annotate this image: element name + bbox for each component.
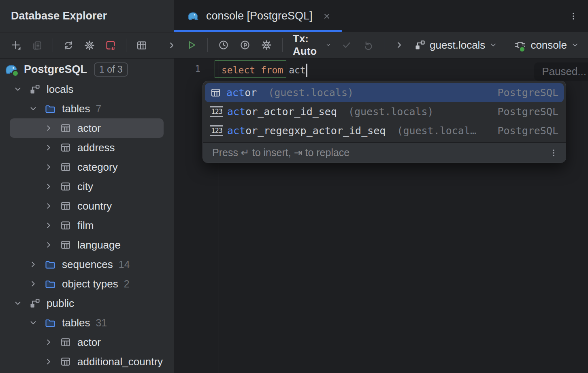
database-tree: PostgreSQL 1 of 3 locals tables 7 actor xyxy=(0,59,174,373)
session-switcher[interactable]: console xyxy=(514,39,579,51)
session-status-dot xyxy=(519,46,526,53)
tree-item-film[interactable]: film xyxy=(0,216,174,235)
tree-root-postgresql[interactable]: PostgreSQL 1 of 3 xyxy=(0,59,174,79)
tree-item-locals[interactable]: locals xyxy=(0,79,174,99)
completion-name: actor xyxy=(226,87,257,99)
chevron-down-icon[interactable] xyxy=(29,318,38,327)
table-icon xyxy=(210,87,221,98)
tree-label: actor xyxy=(77,336,101,349)
tree-label: address xyxy=(77,141,115,154)
tree-item-public[interactable]: public xyxy=(0,294,174,313)
line-number: 1 xyxy=(174,61,219,79)
folder-icon xyxy=(45,259,56,270)
console-settings-button[interactable] xyxy=(261,38,272,52)
item-count: 31 xyxy=(96,317,107,329)
tree-item-tables-locals[interactable]: tables 7 xyxy=(0,99,174,118)
item-count: 2 xyxy=(124,278,130,290)
completion-popup: actor (guest.locals) PostgreSQL 123 acto… xyxy=(202,81,566,163)
completion-item-actor[interactable]: actor (guest.locals) PostgreSQL xyxy=(205,83,564,102)
tree-item-language[interactable]: language xyxy=(0,235,174,255)
completion-name: actor_actor_id_seq xyxy=(227,106,337,118)
panel-toolbar xyxy=(0,32,174,59)
tree-item-object-types[interactable]: object types 2 xyxy=(0,274,174,294)
query-history-button[interactable] xyxy=(218,38,229,52)
tree-item-sequences[interactable]: sequences 14 xyxy=(0,255,174,274)
tab-console-postgresql[interactable]: console [PostgreSQL] xyxy=(174,0,340,32)
disconnect-button[interactable] xyxy=(105,39,116,52)
chevron-right-icon[interactable] xyxy=(29,260,38,269)
completion-footer: Press ↵ to insert, ⇥ to replace xyxy=(203,142,566,163)
toolbar-separator xyxy=(384,38,384,52)
chevron-down-icon[interactable] xyxy=(29,104,38,113)
paused-status: Paused... xyxy=(534,62,588,81)
sql-editor[interactable]: 1 select from act Paused... actor (guest… xyxy=(174,58,588,373)
tree-label: language xyxy=(77,239,121,251)
chevron-right-icon[interactable] xyxy=(44,124,53,133)
table-view-button[interactable] xyxy=(136,39,147,52)
close-tab-icon[interactable] xyxy=(322,11,332,21)
table-icon xyxy=(60,337,71,348)
chevron-right-icon[interactable] xyxy=(44,240,53,249)
completion-name: actor_regegxp_actor_id_seq xyxy=(227,125,386,137)
rollback-button[interactable] xyxy=(362,38,374,52)
tree-label: sequences xyxy=(62,258,113,271)
editor-options-kebab[interactable] xyxy=(569,0,578,32)
tree-item-country[interactable]: country xyxy=(0,196,174,216)
tree-item-category[interactable]: category xyxy=(0,157,174,177)
add-data-source-button[interactable] xyxy=(11,39,22,52)
table-icon xyxy=(60,220,71,231)
completion-item-actor-regegxp-actor-id-seq[interactable]: 123 actor_regegxp_actor_id_seq (guest.lo… xyxy=(205,121,564,140)
commit-button[interactable] xyxy=(341,38,352,52)
tree-item-tables-public[interactable]: tables 31 xyxy=(0,313,174,332)
tree-label: country xyxy=(77,200,112,212)
tree-item-city[interactable]: city xyxy=(0,177,174,196)
tree-item-actor-public[interactable]: actor xyxy=(0,332,174,352)
run-button[interactable] xyxy=(186,38,197,52)
completion-item-actor-actor-id-seq[interactable]: 123 actor_actor_id_seq (guest.locals) Po… xyxy=(205,102,564,121)
tree-label: category xyxy=(77,161,118,174)
explain-plan-button[interactable] xyxy=(239,38,251,52)
more-actions-button[interactable] xyxy=(394,38,404,52)
chevron-right-icon[interactable] xyxy=(44,182,53,191)
completion-list: actor (guest.locals) PostgreSQL 123 acto… xyxy=(203,81,566,142)
transaction-mode-label: Tx: Auto xyxy=(293,32,322,58)
schema-switcher[interactable]: guest.locals xyxy=(414,39,497,51)
data-source-properties-button[interactable] xyxy=(84,39,95,52)
chevron-down-icon[interactable] xyxy=(13,85,22,94)
refresh-button[interactable] xyxy=(63,39,74,52)
editor-tab-bar: console [PostgreSQL] xyxy=(174,0,588,32)
chevron-down-icon xyxy=(571,41,579,49)
tree-label: locals xyxy=(47,83,73,96)
chevron-down-icon[interactable] xyxy=(13,299,22,308)
tree-item-address[interactable]: address xyxy=(0,138,174,157)
chevron-right-icon[interactable] xyxy=(29,279,38,288)
schema-icon xyxy=(29,84,40,95)
chevron-right-icon[interactable] xyxy=(44,143,53,152)
table-icon xyxy=(60,161,71,173)
chevron-down-icon xyxy=(489,41,497,49)
code-line-1[interactable]: select from act xyxy=(222,61,307,79)
transaction-mode-selector[interactable]: Tx: Auto xyxy=(293,32,331,58)
table-icon xyxy=(60,122,71,134)
chevron-right-icon[interactable] xyxy=(44,163,53,171)
completion-schema: (guest.locals) xyxy=(268,87,354,99)
tree-label: tables xyxy=(62,317,90,329)
text-caret xyxy=(306,64,307,77)
data-source-count-badge: 1 of 3 xyxy=(94,62,128,77)
chevron-right-icon[interactable] xyxy=(44,357,53,366)
duplicate-button[interactable] xyxy=(32,39,43,52)
sql-keyword: select from xyxy=(222,65,289,75)
folder-icon xyxy=(45,103,56,114)
database-explorer-panel: Database Explorer PostgreSQL 1 of 3 xyxy=(0,0,174,373)
chevron-right-icon[interactable] xyxy=(44,221,53,230)
tree-item-additional-country[interactable]: additional_country xyxy=(0,352,174,371)
panel-header: Database Explorer xyxy=(0,0,174,32)
chevron-right-icon[interactable] xyxy=(44,338,53,347)
tree-item-actor[interactable]: actor xyxy=(10,118,164,138)
folder-icon xyxy=(45,317,56,328)
session-switcher-label: console xyxy=(530,39,567,51)
completion-options-kebab[interactable] xyxy=(549,148,558,158)
sequence-icon: 123 xyxy=(210,125,223,136)
console-toolbar: Tx: Auto guest.locals console xyxy=(174,32,588,58)
chevron-right-icon[interactable] xyxy=(44,202,53,210)
